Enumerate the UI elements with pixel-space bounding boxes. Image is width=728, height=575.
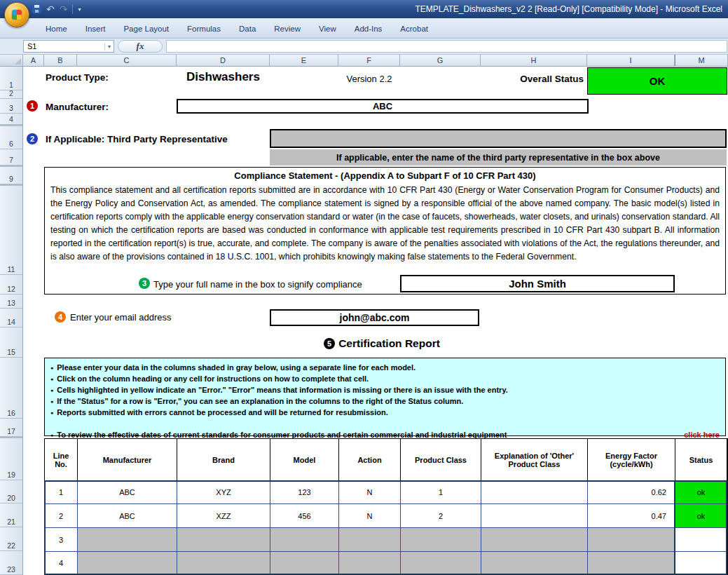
ribbon-tab-insert[interactable]: Insert bbox=[76, 20, 115, 38]
table-cell[interactable] bbox=[481, 528, 588, 552]
table-cell[interactable]: 2 bbox=[401, 504, 481, 528]
window-title: TEMPLATE_Dishwashers_v2 2 [Read-Only] [C… bbox=[415, 4, 728, 14]
third-party-input[interactable] bbox=[270, 129, 727, 148]
certification-report-heading: 5 Certification Report bbox=[270, 337, 494, 350]
undo-icon[interactable]: ↶ bbox=[46, 4, 55, 14]
row-header-16[interactable]: 16 bbox=[0, 358, 22, 419]
row-header-9[interactable]: 9 bbox=[0, 167, 22, 184]
table-cell[interactable] bbox=[270, 552, 339, 575]
table-cell[interactable]: ABC bbox=[78, 481, 177, 504]
column-header-I[interactable]: I bbox=[587, 55, 675, 66]
ribbon-tab-review[interactable]: Review bbox=[265, 20, 310, 38]
table-col-header-energy-factor-cycle-kwh[interactable]: Energy Factor (cycle/kWh) bbox=[588, 439, 675, 481]
row-header-12[interactable]: 12 bbox=[0, 275, 22, 295]
formula-input[interactable] bbox=[166, 40, 727, 53]
table-cell[interactable] bbox=[339, 552, 401, 575]
office-button[interactable] bbox=[4, 2, 29, 27]
column-header-G[interactable]: G bbox=[400, 55, 481, 66]
row-header-2[interactable]: 2 bbox=[0, 90, 22, 99]
table-cell[interactable]: 123 bbox=[270, 481, 339, 504]
table-cell[interactable] bbox=[177, 528, 270, 552]
table-col-header-line-no[interactable]: Line No. bbox=[45, 439, 78, 481]
ribbon-tab-view[interactable]: View bbox=[310, 20, 345, 38]
table-cell[interactable]: XYZ bbox=[177, 481, 270, 504]
column-header-E[interactable]: E bbox=[270, 55, 338, 66]
column-header-F[interactable]: F bbox=[338, 55, 400, 66]
column-header-H[interactable]: H bbox=[481, 55, 587, 66]
row-header-17[interactable]: 17 bbox=[0, 419, 22, 437]
table-cell[interactable]: XZZ bbox=[177, 504, 270, 528]
status-cell[interactable]: ok bbox=[675, 504, 727, 528]
row-header-11[interactable]: 11 bbox=[0, 186, 22, 275]
ribbon-tab-data[interactable]: Data bbox=[230, 20, 265, 38]
table-cell[interactable] bbox=[481, 504, 588, 528]
redo-icon[interactable]: ↷ bbox=[60, 4, 68, 14]
row-header-3[interactable]: 3 bbox=[0, 99, 22, 114]
table-cell[interactable] bbox=[588, 552, 675, 575]
table-cell[interactable] bbox=[78, 528, 177, 552]
table-cell[interactable]: 456 bbox=[270, 504, 339, 528]
table-col-header-status[interactable]: Status bbox=[675, 439, 727, 481]
table-cell[interactable] bbox=[401, 528, 481, 552]
ribbon-tab-page-layout[interactable]: Page Layout bbox=[114, 20, 178, 38]
qat-dropdown-icon[interactable]: ▾ bbox=[78, 6, 81, 13]
row-header-22[interactable]: 22 bbox=[0, 527, 22, 551]
version-label: Version 2.2 bbox=[338, 74, 400, 84]
table-cell[interactable] bbox=[78, 552, 177, 575]
manufacturer-input[interactable]: ABC bbox=[177, 99, 589, 114]
table-cell[interactable]: 0.62 bbox=[588, 481, 675, 504]
table-cell[interactable]: 4 bbox=[45, 552, 78, 575]
select-all-corner[interactable] bbox=[0, 55, 23, 66]
row-header-19[interactable]: 19 bbox=[0, 438, 22, 480]
table-cell[interactable]: ABC bbox=[78, 504, 177, 528]
table-cell[interactable]: 1 bbox=[45, 481, 78, 504]
table-col-header-product-class[interactable]: Product Class bbox=[401, 439, 481, 481]
save-icon[interactable] bbox=[32, 4, 41, 15]
table-cell[interactable] bbox=[270, 528, 339, 552]
column-header-M[interactable]: M bbox=[675, 55, 728, 66]
insert-function-button[interactable]: fx bbox=[118, 40, 163, 53]
ribbon-tab-add-ins[interactable]: Add-Ins bbox=[345, 20, 392, 38]
table-cell[interactable]: 3 bbox=[45, 528, 78, 552]
column-header-A[interactable]: A bbox=[23, 55, 44, 66]
table-cell[interactable] bbox=[177, 552, 270, 575]
row-header-21[interactable]: 21 bbox=[0, 503, 22, 527]
table-cell[interactable]: N bbox=[339, 481, 401, 504]
table-col-header-explanation-of-other-product-class[interactable]: Explanation of 'Other' Product Class bbox=[481, 439, 588, 481]
column-header-D[interactable]: D bbox=[177, 55, 270, 66]
table-cell[interactable] bbox=[588, 528, 675, 552]
column-header-B[interactable]: B bbox=[44, 55, 77, 66]
row-header-20[interactable]: 20 bbox=[0, 480, 22, 503]
table-cell[interactable] bbox=[481, 481, 588, 504]
column-header-C[interactable]: C bbox=[77, 55, 177, 66]
signature-input[interactable]: John Smith bbox=[400, 275, 675, 292]
status-cell[interactable]: ok bbox=[675, 481, 727, 504]
table-cell[interactable]: 0.47 bbox=[588, 504, 675, 528]
row-header-14[interactable]: 14 bbox=[0, 309, 22, 327]
email-input[interactable]: john@abc.com bbox=[270, 309, 479, 326]
row-header-6[interactable]: 6 bbox=[0, 126, 22, 149]
table-col-header-action[interactable]: Action bbox=[339, 439, 401, 481]
table-cell[interactable]: 1 bbox=[401, 481, 481, 504]
table-cell[interactable]: 2 bbox=[45, 504, 78, 528]
row-header-7[interactable]: 7 bbox=[0, 149, 22, 165]
table-col-header-manufacturer[interactable]: Manufacturer bbox=[78, 439, 177, 481]
table-cell[interactable] bbox=[339, 528, 401, 552]
status-cell[interactable] bbox=[675, 552, 727, 575]
name-box[interactable]: S1 ▾ bbox=[23, 40, 114, 53]
table-cell[interactable] bbox=[401, 552, 481, 575]
table-cell[interactable]: N bbox=[339, 504, 401, 528]
row-header-1[interactable]: 1 bbox=[0, 67, 22, 90]
table-cell[interactable] bbox=[481, 552, 588, 575]
table-col-header-brand[interactable]: Brand bbox=[177, 439, 270, 481]
name-box-dropdown-icon[interactable]: ▾ bbox=[104, 43, 114, 50]
row-header-23[interactable]: 23 bbox=[0, 551, 22, 575]
ribbon-tab-acrobat[interactable]: Acrobat bbox=[391, 20, 437, 38]
ribbon-tab-formulas[interactable]: Formulas bbox=[178, 20, 230, 38]
table-col-header-model[interactable]: Model bbox=[270, 439, 339, 481]
row-header-13[interactable]: 13 bbox=[0, 295, 22, 309]
row-header-4[interactable]: 4 bbox=[0, 114, 22, 125]
ribbon-tab-home[interactable]: Home bbox=[36, 20, 76, 38]
status-cell[interactable] bbox=[675, 528, 727, 552]
row-header-15[interactable]: 15 bbox=[0, 327, 22, 358]
